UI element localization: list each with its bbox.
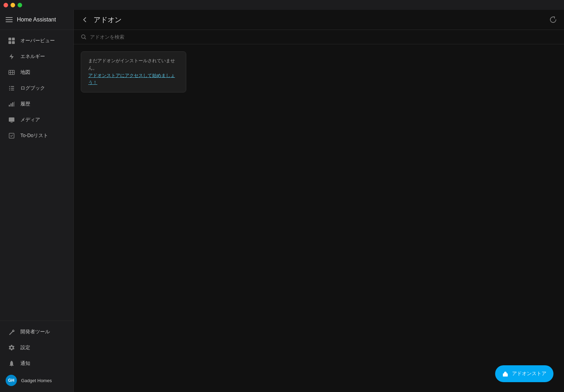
svg-rect-3 [8, 38, 11, 40]
sidebar-item-history-label: 履歴 [20, 101, 30, 107]
empty-state-line1: まだアドオンがインストールされていません。 [88, 58, 175, 71]
sidebar-title: Home Assistant [17, 17, 56, 23]
svg-rect-10 [11, 86, 14, 87]
content-area: まだアドオンがインストールされていません。 アドオンストアにアクセスして始めまし… [74, 44, 564, 392]
sidebar-item-notifications-label: 通知 [20, 360, 30, 367]
sidebar-item-map-label: 地図 [20, 69, 30, 76]
search-icon [81, 34, 86, 40]
back-button[interactable] [81, 16, 89, 24]
sidebar-item-history[interactable]: 履歴 [2, 96, 71, 112]
sidebar-item-settings[interactable]: 設定 [2, 340, 71, 355]
svg-rect-16 [11, 103, 12, 107]
header-right [549, 16, 557, 24]
sidebar-item-devtools-label: 開発者ツール [20, 329, 50, 335]
page-title: アドオン [93, 15, 122, 25]
svg-rect-15 [9, 105, 10, 107]
sidebar-item-overview[interactable]: オーバービュー [2, 33, 71, 49]
svg-rect-20 [11, 122, 13, 123]
sidebar-item-notifications[interactable]: 通知 [2, 356, 71, 371]
sidebar-header: Home Assistant [0, 10, 73, 30]
store-icon [502, 371, 508, 377]
sidebar-item-settings-label: 設定 [20, 345, 30, 351]
svg-rect-14 [11, 90, 14, 90]
app-container: Home Assistant オーバービュー [0, 10, 564, 392]
search-bar [74, 30, 564, 44]
sidebar-bottom: 開発者ツール 設定 通知 [0, 321, 73, 392]
media-icon [8, 116, 15, 124]
sidebar-item-todo-label: To-Doリスト [20, 133, 48, 139]
svg-rect-11 [9, 88, 10, 89]
refresh-icon[interactable] [549, 16, 557, 24]
main-content: アドオン [74, 10, 564, 392]
svg-rect-2 [6, 21, 13, 22]
gear-icon [8, 344, 15, 352]
sidebar-item-todo[interactable]: To-Doリスト [2, 128, 71, 143]
sidebar: Home Assistant オーバービュー [0, 10, 74, 392]
svg-rect-18 [14, 102, 14, 107]
sidebar-item-logbook[interactable]: ログブック [2, 81, 71, 96]
sidebar-item-devtools[interactable]: 開発者ツール [2, 324, 71, 340]
user-name: Gadget Homes [21, 378, 52, 383]
close-button[interactable] [4, 3, 8, 7]
search-input[interactable] [90, 34, 557, 40]
addon-store-label: アドオンストア [512, 371, 546, 377]
sidebar-item-logbook-label: ログブック [20, 85, 45, 91]
header-left: アドオン [81, 15, 122, 25]
lightning-icon [8, 53, 15, 60]
svg-rect-17 [12, 102, 13, 107]
map-icon [8, 69, 15, 76]
svg-rect-13 [9, 90, 10, 90]
bell-icon [8, 360, 15, 367]
svg-rect-23 [503, 373, 508, 377]
chart-icon [8, 100, 15, 108]
svg-rect-1 [6, 19, 13, 20]
sidebar-item-energy-label: エネルギー [20, 53, 45, 60]
svg-rect-6 [12, 41, 15, 44]
empty-state-text: まだアドオンがインストールされていません。 アドオンストアにアクセスして始めまし… [88, 57, 179, 86]
sidebar-item-media-label: メディア [20, 117, 40, 123]
svg-rect-4 [12, 38, 15, 40]
svg-rect-9 [9, 86, 10, 87]
sidebar-nav: オーバービュー エネルギー [0, 30, 73, 321]
sidebar-item-overview-label: オーバービュー [20, 38, 55, 44]
svg-rect-0 [6, 17, 13, 18]
sidebar-item-media[interactable]: メディア [2, 112, 71, 128]
svg-marker-7 [9, 54, 14, 59]
grid-icon [8, 37, 15, 45]
titlebar [0, 0, 564, 10]
main-header: アドオン [74, 10, 564, 30]
minimize-button[interactable] [11, 3, 15, 7]
addon-store-link[interactable]: アドオンストアにアクセスして始めましょう！ [88, 73, 175, 85]
svg-rect-12 [11, 88, 14, 89]
empty-state-card: まだアドオンがインストールされていません。 アドオンストアにアクセスして始めまし… [81, 51, 186, 92]
user-profile[interactable]: GH Gadget Homes [0, 372, 73, 389]
avatar: GH [6, 375, 17, 386]
menu-icon[interactable] [6, 16, 13, 23]
wrench-icon [8, 328, 15, 336]
svg-rect-5 [8, 41, 11, 44]
addon-store-button[interactable]: アドオンストア [495, 365, 553, 382]
maximize-button[interactable] [18, 3, 22, 7]
list-icon [8, 84, 15, 92]
todo-icon [8, 132, 15, 140]
sidebar-item-map[interactable]: 地図 [2, 65, 71, 80]
sidebar-item-energy[interactable]: エネルギー [2, 49, 71, 64]
